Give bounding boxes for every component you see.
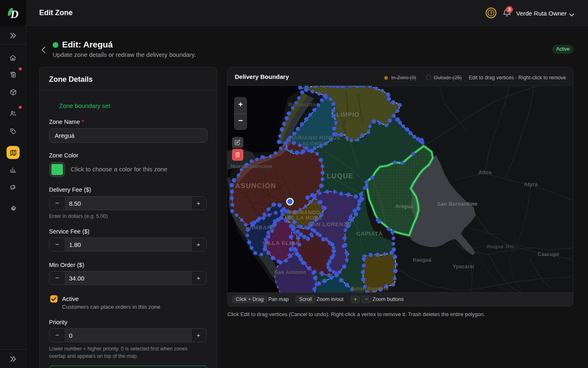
- svg-text:Julián Augusto: Julián Augusto: [350, 286, 388, 292]
- svg-text:LAMBARÉ: LAMBARÉ: [245, 224, 275, 231]
- svg-text:Areguá: Areguá: [395, 204, 413, 209]
- svg-text:Jhugua Jhu: Jhugua Jhu: [486, 244, 514, 249]
- svg-text:ASUNCIÓN: ASUNCIÓN: [235, 182, 276, 190]
- svg-text:MARIANO ROQUE: MARIANO ROQUE: [289, 135, 341, 141]
- svg-text:San Bernardino: San Bernardino: [437, 201, 478, 207]
- svg-text:Itauguá: Itauguá: [413, 257, 431, 263]
- svg-text:D: D: [10, 8, 19, 20]
- svg-text:Altos: Altos: [478, 170, 492, 175]
- svg-text:San Antonio: San Antonio: [274, 269, 306, 275]
- svg-text:VILLA ELISA: VILLA ELISA: [263, 240, 300, 246]
- svg-text:LUQUE: LUQUE: [327, 172, 354, 180]
- svg-text:Ypacaraí: Ypacaraí: [453, 264, 474, 269]
- svg-text:LIMPIO: LIMPIO: [336, 111, 359, 118]
- svg-text:DE LA MORA: DE LA MORA: [287, 215, 322, 221]
- svg-text:SAN LORENZO: SAN LORENZO: [308, 221, 352, 227]
- svg-text:Caacupé: Caacupé: [538, 251, 559, 257]
- svg-text:FERNANDO: FERNANDO: [289, 210, 320, 215]
- svg-text:Nueva Asunción: Nueva Asunción: [231, 164, 272, 169]
- svg-text:ALONSO: ALONSO: [302, 141, 328, 147]
- svg-text:?: ?: [490, 11, 492, 16]
- svg-text:Remansito: Remansito: [288, 102, 316, 108]
- svg-text:CAPIATÁ: CAPIATÁ: [356, 231, 383, 237]
- svg-text:Atyrá: Atyrá: [524, 182, 538, 187]
